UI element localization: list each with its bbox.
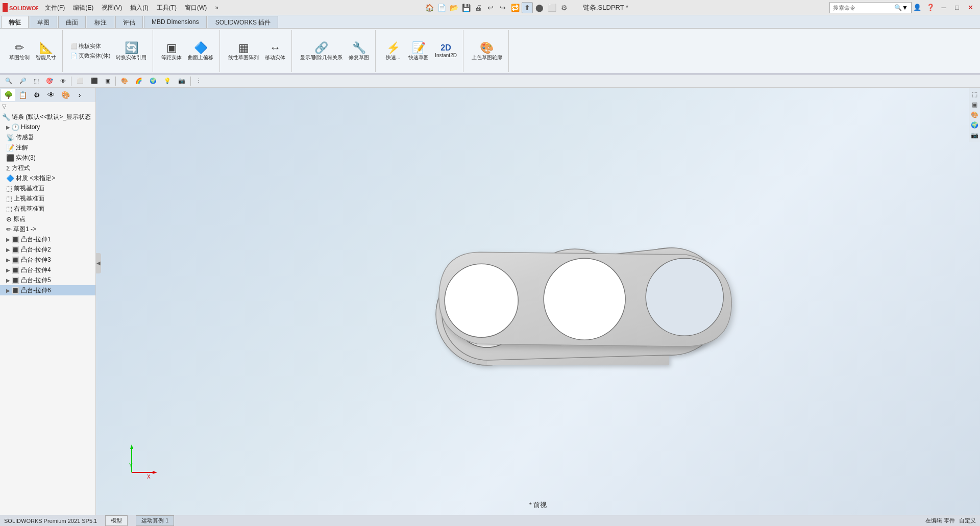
offset-icon: ▣ (166, 41, 177, 55)
feature-tree-panel: 🌳 📋 ⚙ 👁 🎨 › ▽ 🔧 链条 (默认<<默认>_显示状态 ▶ 🕐 His… (0, 88, 96, 515)
materials-btn[interactable]: 🎨 (118, 76, 131, 87)
user-icon[interactable]: 👤 (912, 2, 923, 13)
zoom-in-btn[interactable]: 🔎 (16, 76, 30, 87)
zoom-fit-icon: 🔍 (5, 78, 12, 84)
repair-sketch-button[interactable]: 🔧 修复草图 (347, 40, 371, 62)
feature-tree-item-boss1[interactable]: ▶ 🔳 凸台-拉伸1 (0, 234, 95, 244)
template-solid-button[interactable]: ⬜ 模板实体 (69, 42, 112, 51)
right-tb-btn2[interactable]: ▣ (970, 100, 979, 109)
tab-surface[interactable]: 曲面 (58, 16, 86, 28)
panel-tab-expand[interactable]: › (72, 89, 87, 101)
new-icon[interactable]: 📄 (436, 2, 447, 13)
rapid-sketch-button[interactable]: 📝 快速草图 (406, 40, 431, 62)
panel-tab-display[interactable]: 👁 (44, 89, 58, 101)
feature-tree-item-sensors[interactable]: 📡 传感器 (0, 132, 95, 142)
feature-tree-item-origin[interactable]: ⊕ 原点 (0, 214, 95, 224)
command-search-input[interactable] (833, 5, 894, 11)
panel-collapse-handle[interactable]: ◀ (96, 253, 101, 273)
offset-entities-button[interactable]: ▣ 等距实体 (159, 40, 184, 62)
menu-view[interactable]: 视图(V) (97, 0, 126, 15)
undo-icon[interactable]: ↩ (485, 2, 496, 13)
feature-tree-item-right-plane[interactable]: ⬚ 右视基准面 (0, 204, 95, 214)
smart-dimension-button[interactable]: 📐 智能尺寸 (34, 40, 58, 62)
color-sketch-button[interactable]: 🎨 上色草图轮廓 (470, 40, 504, 62)
hide-component-btn[interactable]: 👁 (57, 76, 69, 87)
open-icon[interactable]: 📂 (448, 2, 459, 13)
statusbar-tab-model[interactable]: 模型 (105, 515, 128, 526)
save-icon[interactable]: 💾 (460, 2, 472, 13)
tab-mbd[interactable]: MBD Dimensions (144, 16, 207, 28)
sheet-solid-button[interactable]: 📄 页数实体(体) (69, 52, 112, 60)
tab-features[interactable]: 特征 (1, 16, 29, 28)
menu-window[interactable]: 窗口(W) (181, 0, 211, 15)
right-tb-btn4[interactable]: 🌍 (970, 120, 979, 130)
sketch-draw-button[interactable]: ✏ 草图绘制 (7, 40, 32, 62)
move-entities-button[interactable]: ↔ 移动实体 (263, 40, 287, 62)
help-icon[interactable]: ❓ (925, 2, 936, 13)
panel-tab-config[interactable]: ⚙ (30, 89, 44, 101)
minimize-button[interactable]: ─ (938, 2, 949, 13)
command-search-box[interactable]: 🔍 ▼ (829, 2, 912, 13)
menu-more[interactable]: » (211, 0, 223, 15)
feature-tree-item-sketch1[interactable]: ✏ 草图1 -> (0, 224, 95, 234)
menu-tools[interactable]: 工具(T) (153, 0, 181, 15)
options1-icon[interactable]: ⬤ (534, 2, 545, 13)
cursor-icon[interactable]: ⬆ (522, 2, 533, 13)
redo-icon[interactable]: ↪ (497, 2, 508, 13)
feature-tree-item-annotations[interactable]: 📝 注解 (0, 142, 95, 153)
feature-tree-root[interactable]: 🔧 链条 (默认<<默认>_显示状态 (0, 112, 95, 122)
feature-tree-item-boss2[interactable]: ▶ 🔳 凸台-拉伸2 (0, 244, 95, 255)
feature-tree-item-solid-bodies[interactable]: ⬛ 实体(3) (0, 153, 95, 163)
panel-tab-appearances[interactable]: 🎨 (58, 89, 72, 101)
feature-tree-item-material[interactable]: 🔷 材质 <未指定> (0, 173, 95, 183)
quick-snaps-button[interactable]: ⚡ 快速... (382, 40, 404, 62)
more-btn[interactable]: ⋮ (193, 76, 205, 87)
panel-tab-feature-manager[interactable]: 🌳 (1, 89, 15, 101)
view-orient-btn[interactable]: 🎯 (43, 76, 56, 87)
tab-plugins[interactable]: SOLIDWORKS 插件 (208, 16, 279, 28)
surface-offset-button[interactable]: 🔷 曲面上偏移 (186, 40, 215, 62)
search-dropdown-icon[interactable]: ▼ (902, 4, 908, 11)
panel-tab-properties[interactable]: 📋 (15, 89, 30, 101)
options2-icon[interactable]: ⬜ (546, 2, 557, 13)
rebuild-icon[interactable]: 🔁 (509, 2, 521, 13)
instant2d-button[interactable]: 2D Instant2D (433, 42, 459, 60)
linear-sketch-pattern-button[interactable]: ▦ 线性草图阵列 (226, 40, 261, 62)
close-button[interactable]: ✕ (965, 2, 976, 13)
settings-icon[interactable]: ⚙ (558, 2, 570, 13)
maximize-button[interactable]: □ (951, 2, 963, 13)
feature-tree-item-front-plane[interactable]: ⬚ 前视基准面 (0, 183, 95, 193)
convert-entities-button[interactable]: 🔄 转换实体引用 (114, 40, 149, 62)
menu-file[interactable]: 文件(F) (41, 0, 69, 15)
feature-tree-item-boss6[interactable]: ▶ 🔳 凸台-拉伸6 (0, 285, 95, 295)
appearances-btn[interactable]: 🌈 (132, 76, 145, 87)
menu-edit[interactable]: 编辑(E) (69, 0, 97, 15)
3d-viewport[interactable]: Y X * 前视 (96, 88, 980, 515)
tab-sketch[interactable]: 草图 (30, 16, 57, 28)
edges-btn[interactable]: ▣ (102, 76, 113, 87)
customize-label[interactable]: 自定义 (959, 517, 976, 524)
feature-tree-item-boss4[interactable]: ▶ 🔳 凸台-拉伸4 (0, 265, 95, 275)
statusbar-tab-motion[interactable]: 运动算例 1 (136, 515, 174, 526)
tab-evaluate[interactable]: 评估 (115, 16, 143, 28)
print-icon[interactable]: 🖨 (473, 2, 484, 13)
shading-btn[interactable]: ⬛ (88, 76, 101, 87)
right-tb-btn5[interactable]: 📷 (970, 131, 979, 140)
feature-tree-item-boss5[interactable]: ▶ 🔳 凸台-拉伸5 (0, 275, 95, 285)
show-delete-relations-button[interactable]: 🔗 显示/删除几何关系 (298, 40, 345, 62)
lights-btn[interactable]: 💡 (161, 76, 174, 87)
menu-insert[interactable]: 插入(I) (126, 0, 152, 15)
display-style-btn[interactable]: ⬜ (74, 76, 87, 87)
right-tb-btn1[interactable]: ⬚ (970, 90, 979, 99)
feature-tree-item-equations[interactable]: Σ 方程式 (0, 163, 95, 173)
feature-tree-item-history[interactable]: ▶ 🕐 History (0, 122, 95, 132)
feature-tree-item-top-plane[interactable]: ⬚ 上视基准面 (0, 193, 95, 204)
right-tb-btn3[interactable]: 🎨 (970, 110, 979, 119)
feature-tree-item-boss3[interactable]: ▶ 🔳 凸台-拉伸3 (0, 255, 95, 265)
tab-markup[interactable]: 标注 (87, 16, 114, 28)
scenes-btn[interactable]: 🌍 (146, 76, 160, 87)
home-icon[interactable]: 🏠 (424, 2, 435, 13)
zoom-to-fit-btn[interactable]: 🔍 (2, 76, 15, 87)
cameras-btn[interactable]: 📷 (175, 76, 188, 87)
section-view-btn[interactable]: ⬚ (31, 76, 42, 87)
